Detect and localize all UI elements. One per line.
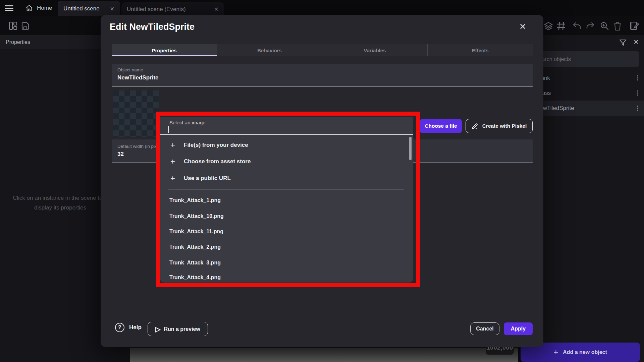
help-button[interactable]: ? Help: [115, 323, 142, 332]
option-choose-asset-store[interactable]: + Choose from asset store: [160, 154, 409, 169]
plus-icon: +: [169, 140, 176, 150]
close-icon[interactable]: ✕: [519, 22, 526, 32]
input-underline: [160, 134, 413, 135]
file-label: Trunk_Attack_10.png: [169, 213, 224, 219]
dropdown-divider: [168, 189, 404, 190]
kebab-menu-icon[interactable]: [637, 75, 638, 80]
text-cursor: [168, 126, 169, 133]
toolbar-divider: [569, 20, 569, 32]
cancel-button[interactable]: Cancel: [470, 322, 499, 335]
scene-canvas[interactable]: [130, 348, 518, 362]
redo-icon[interactable]: [586, 21, 595, 30]
create-with-piskel-button[interactable]: Create with Piskel: [466, 119, 533, 133]
default-width-label: Default width (in pixels): [117, 144, 164, 149]
properties-empty-message-line1: Click on an instance in the scene to: [13, 195, 102, 201]
properties-empty-message-line2: display its properties: [34, 204, 86, 211]
question-mark-icon: ?: [115, 323, 124, 332]
help-label: Help: [129, 324, 142, 331]
file-label: Trunk_Attack_11.png: [169, 229, 223, 235]
file-label: Trunk_Attack_2.png: [169, 244, 221, 250]
plus-icon: +: [169, 157, 176, 166]
run-preview-button[interactable]: ▷ Run a preview: [148, 322, 208, 336]
app-screen: Home Untitled scene ✕ Untitled scene (Ev…: [0, 0, 644, 362]
file-label: Trunk_Attack_1.png: [169, 197, 221, 203]
hamburger-menu-icon[interactable]: [5, 5, 13, 11]
plus-icon: +: [169, 174, 176, 183]
edit-sheet-icon[interactable]: [629, 21, 639, 31]
dialog-title: Edit NewTiledSprite: [110, 22, 195, 32]
option-files-from-device[interactable]: + File(s) from your device: [160, 138, 409, 153]
close-icon[interactable]: ✕: [214, 6, 219, 12]
file-option[interactable]: Trunk_Attack_3.png: [160, 255, 409, 270]
tab-home[interactable]: Home: [19, 0, 58, 16]
option-label: Use a public URL: [184, 175, 231, 182]
tab-untitled-scene-label: Untitled scene: [63, 5, 100, 12]
option-label: File(s) from your device: [184, 142, 248, 148]
close-icon[interactable]: ✕: [110, 6, 114, 12]
option-public-url[interactable]: + Use a public URL: [160, 171, 409, 186]
top-tab-bar: Home Untitled scene ✕ Untitled scene (Ev…: [0, 0, 644, 16]
panel-layout-icon[interactable]: [8, 21, 18, 31]
edit-object-dialog: Edit NewTiledSprite ✕ Properties Behavio…: [101, 15, 543, 347]
zoom-in-icon[interactable]: [600, 21, 609, 31]
file-option[interactable]: Trunk_Attack_2.png: [160, 240, 409, 254]
select-image-label: Select an image: [169, 120, 206, 125]
home-icon: [25, 5, 33, 11]
tab-effects[interactable]: Effects: [427, 44, 533, 56]
tab-variables[interactable]: Variables: [322, 44, 427, 56]
kebab-menu-icon[interactable]: [637, 90, 638, 96]
file-option[interactable]: Trunk_Attack_4.png: [160, 270, 409, 285]
apply-button[interactable]: Apply: [504, 322, 533, 335]
layers-icon[interactable]: [543, 21, 553, 31]
undo-icon[interactable]: [572, 21, 582, 30]
toolbar-divider: [626, 20, 626, 32]
trash-icon[interactable]: [613, 21, 622, 31]
tab-untitled-scene[interactable]: Untitled scene ✕: [58, 1, 120, 16]
run-preview-label: Run a preview: [164, 326, 200, 332]
play-icon: ▷: [155, 325, 160, 333]
pencil-icon: [472, 122, 479, 130]
close-icon[interactable]: ✕: [633, 38, 639, 46]
file-label: Trunk_Attack_4.png: [169, 275, 221, 281]
add-new-object-label: Add a new object: [563, 349, 607, 355]
sprite-preview-checkerboard: [113, 90, 159, 137]
file-option[interactable]: Trunk_Attack_10.png: [160, 209, 409, 224]
search-objects-input[interactable]: [530, 51, 639, 67]
grid-icon[interactable]: [556, 21, 566, 31]
file-label: Trunk_Attack_3.png: [169, 260, 221, 266]
option-label: Choose from asset store: [184, 158, 251, 165]
tab-behaviors[interactable]: Behaviors: [217, 44, 322, 56]
create-with-piskel-label: Create with Piskel: [482, 123, 527, 129]
object-name-value: NewTiledSprite: [117, 74, 159, 81]
dialog-tab-bar: Properties Behaviors Variables Effects: [112, 44, 533, 56]
scrollbar-thumb[interactable]: [409, 137, 412, 160]
file-option[interactable]: Trunk_Attack_1.png: [160, 193, 409, 208]
filter-icon[interactable]: [619, 39, 627, 47]
object-name-field[interactable]: Object name NewTiledSprite: [112, 64, 533, 86]
save-icon[interactable]: [21, 21, 30, 31]
plus-icon: +: [553, 348, 558, 357]
select-image-dropdown: Select an image + File(s) from your devi…: [160, 117, 413, 283]
tab-properties[interactable]: Properties: [112, 44, 217, 56]
file-option[interactable]: Trunk_Attack_11.png: [160, 224, 409, 239]
tab-untitled-scene-events-label: Untitled scene (Events): [127, 6, 186, 13]
object-name-label: Object name: [117, 67, 143, 72]
default-width-value: 32: [117, 151, 124, 158]
tab-untitled-scene-events[interactable]: Untitled scene (Events) ✕: [121, 2, 224, 16]
kebab-menu-icon[interactable]: [637, 106, 638, 111]
tab-home-label: Home: [37, 5, 52, 11]
choose-a-file-button[interactable]: Choose a file: [420, 119, 462, 133]
